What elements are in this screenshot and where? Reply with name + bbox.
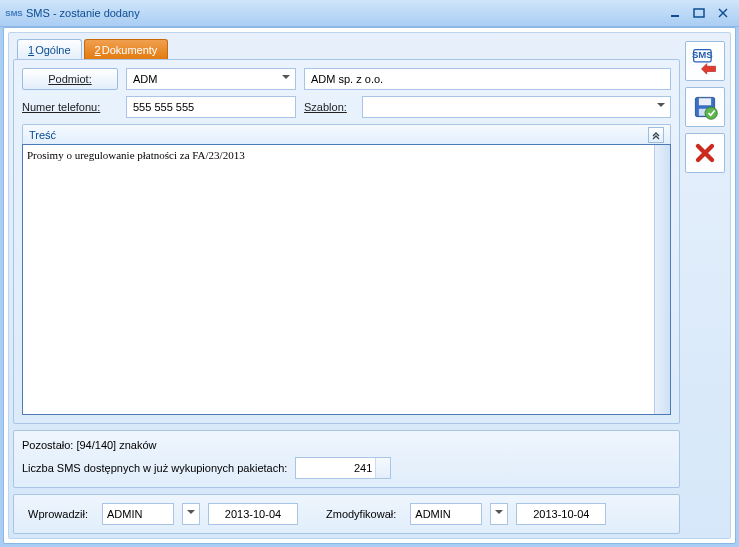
tab-bar: 1 Ogólne 2 Dokumenty	[13, 37, 680, 59]
remaining-chars-label: Pozostało: [94/140] znaków	[22, 439, 157, 451]
podmiot-name-input[interactable]	[309, 72, 666, 86]
modified-user-field: ADMIN	[410, 503, 482, 525]
created-label: Wprowadził:	[22, 508, 94, 520]
podmiot-combo[interactable]	[126, 68, 296, 90]
audit-panel: Wprowadził: ADMIN 2013-10-04 Zmodyfikowa…	[13, 494, 680, 534]
tresc-header: Treść	[22, 124, 671, 144]
cancel-button[interactable]	[685, 133, 725, 173]
window-title: SMS - zostanie dodany	[26, 7, 140, 19]
created-user-dropdown[interactable]	[182, 503, 200, 525]
tresc-textarea[interactable]	[23, 145, 654, 414]
available-sms-label: Liczba SMS dostępnych w już wykupionych …	[22, 462, 287, 474]
available-sms-spinner[interactable]: 241	[295, 457, 391, 479]
tresc-container	[22, 144, 671, 415]
modified-user-dropdown[interactable]	[490, 503, 508, 525]
tresc-scrollbar[interactable]	[654, 145, 670, 414]
modified-date-field: 2013-10-04	[516, 503, 606, 525]
tab-general[interactable]: 1 Ogólne	[17, 39, 82, 59]
close-button[interactable]	[713, 5, 733, 21]
szablon-label: Szablon:	[304, 101, 354, 113]
stats-panel: Pozostało: [94/140] znaków Liczba SMS do…	[13, 430, 680, 488]
created-date-field: 2013-10-04	[208, 503, 298, 525]
svg-rect-7	[699, 98, 711, 105]
tresc-header-label: Treść	[29, 129, 56, 141]
available-sms-value: 241	[354, 462, 372, 474]
collapse-button[interactable]	[648, 127, 664, 143]
tab-documents[interactable]: 2 Dokumenty	[84, 39, 169, 59]
send-sms-button[interactable]: SMS	[685, 41, 725, 81]
phone-field[interactable]	[126, 96, 296, 118]
maximize-button[interactable]	[689, 5, 709, 21]
phone-input[interactable]	[131, 100, 291, 114]
save-button[interactable]	[685, 87, 725, 127]
podmiot-button[interactable]: Podmiot:	[22, 68, 118, 90]
podmiot-name-field[interactable]	[304, 68, 671, 90]
modified-label: Zmodyfikował:	[326, 508, 402, 520]
created-user-field: ADMIN	[102, 503, 174, 525]
svg-text:SMS: SMS	[692, 49, 713, 60]
svg-rect-1	[694, 9, 704, 17]
phone-label: Numer telefonu:	[22, 101, 118, 113]
podmiot-input[interactable]	[131, 72, 277, 86]
tab-page: Podmiot: Numer telefonu: Szablon:	[13, 59, 680, 424]
title-bar: SMS SMS - zostanie dodany	[0, 0, 739, 27]
szablon-combo[interactable]	[362, 96, 671, 118]
svg-point-9	[705, 107, 717, 119]
szablon-input[interactable]	[367, 100, 652, 114]
minimize-button[interactable]	[665, 5, 685, 21]
app-icon: SMS	[6, 5, 22, 21]
